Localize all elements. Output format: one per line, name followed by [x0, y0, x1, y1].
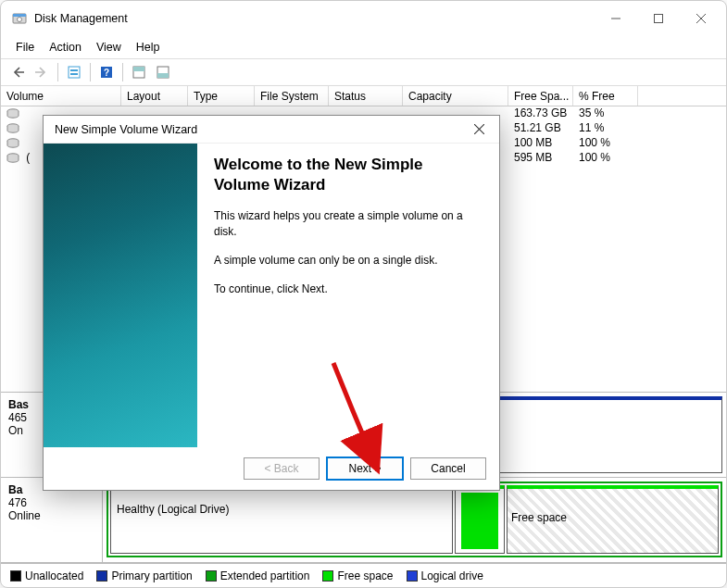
legend-unallocated: Unallocated — [10, 569, 83, 582]
svg-text:?: ? — [104, 68, 109, 78]
svg-rect-1 — [13, 14, 26, 17]
partition-free-space[interactable]: Free space — [507, 485, 719, 554]
volume-icon — [6, 153, 19, 164]
wizard-text: This wizard helps you create a simple vo… — [214, 208, 483, 240]
toolbar-separator — [57, 63, 58, 81]
cell-free: 100 MB — [508, 136, 573, 151]
col-layout[interactable]: Layout — [121, 86, 188, 106]
cell-pct: 100 % — [573, 151, 638, 166]
wizard-content: Welcome to the New Simple Volume Wizard … — [197, 144, 499, 447]
menu-action[interactable]: Action — [42, 39, 89, 56]
minimize-button[interactable] — [595, 4, 637, 33]
volume-icon — [6, 123, 19, 134]
svg-rect-9 — [70, 73, 78, 75]
cell-free: 51.21 GB — [508, 121, 573, 136]
volume-icon — [6, 138, 19, 149]
dialog-button-bar: < Back Next > Cancel — [44, 447, 499, 490]
col-freespace[interactable]: Free Spa... — [508, 86, 573, 106]
partition-logical[interactable]: Healthy (Logical Drive) — [110, 485, 453, 554]
cell-pct: 100 % — [573, 136, 638, 151]
cell-pct: 11 % — [573, 121, 638, 136]
titlebar[interactable]: Disk Management — [1, 1, 726, 36]
menu-help[interactable]: Help — [129, 39, 168, 56]
legend-primary: Primary partition — [96, 569, 192, 582]
window-title: Disk Management — [34, 12, 595, 25]
col-status[interactable]: Status — [329, 86, 403, 106]
col-filesystem[interactable]: File System — [255, 86, 329, 106]
wizard-heading: Welcome to the New Simple Volume Wizard — [214, 155, 483, 195]
toolbar-separator — [90, 63, 91, 81]
menubar: File Action View Help — [1, 36, 726, 58]
view-top-icon[interactable] — [128, 61, 150, 83]
legend-extended: Extended partition — [206, 569, 310, 582]
menu-view[interactable]: View — [89, 39, 129, 56]
back-icon[interactable] — [6, 61, 29, 83]
toolbar: ? — [1, 58, 726, 86]
next-button[interactable]: Next > — [327, 457, 403, 480]
maximize-button[interactable] — [637, 4, 680, 33]
cancel-button[interactable]: Cancel — [410, 457, 486, 480]
col-pctfree[interactable]: % Free — [573, 86, 638, 106]
legend: Unallocated Primary partition Extended p… — [1, 563, 726, 587]
dialog-titlebar[interactable]: New Simple Volume Wizard — [44, 116, 499, 144]
toolbar-separator — [122, 63, 123, 81]
svg-point-2 — [18, 18, 22, 22]
close-button[interactable] — [680, 4, 722, 33]
svg-rect-13 — [133, 67, 144, 71]
volume-table-header: Volume Layout Type File System Status Ca… — [1, 86, 726, 106]
window-controls — [595, 4, 722, 33]
svg-rect-4 — [655, 15, 663, 23]
wizard-text: To continue, click Next. — [214, 281, 483, 297]
cell-free: 163.73 GB — [508, 106, 573, 121]
refresh-icon[interactable] — [63, 61, 85, 83]
back-button: < Back — [244, 457, 320, 480]
legend-logical: Logical drive — [407, 569, 483, 582]
col-volume[interactable]: Volume — [1, 86, 121, 106]
wizard-text: A simple volume can only be on a single … — [214, 253, 483, 269]
wizard-banner — [44, 144, 197, 447]
svg-rect-15 — [157, 73, 169, 78]
dialog-body: Welcome to the New Simple Volume Wizard … — [44, 144, 499, 447]
dialog-title-text: New Simple Volume Wizard — [55, 123, 466, 136]
cell-free: 595 MB — [508, 151, 573, 166]
view-bottom-icon[interactable] — [152, 61, 174, 83]
svg-rect-7 — [69, 67, 80, 78]
partition-free-small[interactable] — [455, 485, 505, 554]
svg-rect-8 — [70, 69, 78, 71]
cell-pct: 35 % — [573, 106, 638, 121]
new-simple-volume-wizard-dialog: New Simple Volume Wizard Welcome to the … — [43, 115, 500, 491]
col-capacity[interactable]: Capacity — [403, 86, 508, 106]
menu-file[interactable]: File — [8, 39, 42, 56]
app-icon — [12, 11, 27, 26]
dialog-close-button[interactable] — [466, 119, 492, 140]
legend-free: Free space — [322, 569, 393, 582]
col-type[interactable]: Type — [188, 86, 255, 106]
forward-icon[interactable] — [31, 61, 53, 83]
extended-partition: Healthy (Logical Drive) Free space — [107, 482, 722, 557]
volume-icon — [6, 108, 19, 119]
help-icon[interactable]: ? — [95, 61, 118, 83]
